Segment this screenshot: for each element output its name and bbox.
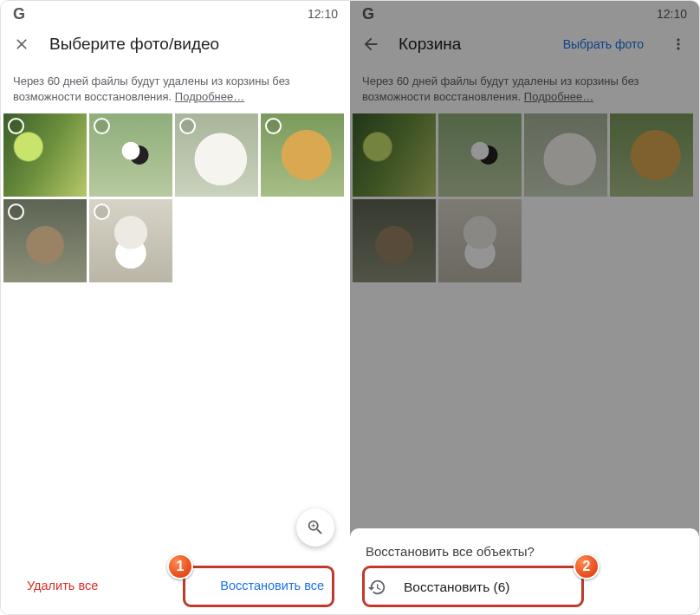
photo-thumb[interactable] bbox=[175, 113, 258, 197]
photo-grid bbox=[1, 111, 350, 285]
learn-more-link[interactable]: Подробнее… bbox=[175, 90, 244, 103]
step-badge: 1 bbox=[167, 554, 193, 579]
step-badge: 2 bbox=[574, 554, 600, 579]
zoom-fab[interactable] bbox=[296, 508, 334, 547]
banner-text: Через 60 дней файлы будут удалены из кор… bbox=[13, 74, 290, 103]
bottom-sheet: Восстановить все объекты? Восстановить (… bbox=[350, 528, 699, 614]
select-circle-icon[interactable] bbox=[8, 118, 24, 134]
restore-action[interactable]: Восстановить (6) bbox=[350, 567, 699, 607]
photo-thumb[interactable] bbox=[3, 113, 87, 197]
restore-action-label: Восстановить (6) bbox=[404, 579, 510, 595]
screen-trash: G 12:10 Корзина Выбрать фото Через 60 дн… bbox=[350, 1, 699, 614]
select-circle-icon[interactable] bbox=[265, 118, 282, 134]
photo-thumb[interactable] bbox=[3, 199, 87, 282]
screen-select: G 12:10 Выберите фото/видео Через 60 дне… bbox=[1, 1, 350, 614]
sheet-title: Восстановить все объекты? bbox=[350, 537, 699, 567]
select-circle-icon[interactable] bbox=[179, 118, 196, 134]
status-bar: G 12:10 bbox=[1, 1, 350, 23]
select-circle-icon[interactable] bbox=[94, 204, 110, 220]
info-banner: Через 60 дней файлы будут удалены из кор… bbox=[1, 65, 350, 111]
screen-title: Выберите фото/видео bbox=[49, 35, 340, 54]
photo-thumb[interactable] bbox=[89, 199, 172, 282]
delete-all-button[interactable]: Удалить все bbox=[16, 570, 108, 601]
close-icon[interactable] bbox=[11, 34, 32, 55]
clock: 12:10 bbox=[308, 7, 338, 21]
photo-thumb[interactable] bbox=[261, 113, 344, 197]
modal-scrim[interactable] bbox=[350, 1, 699, 614]
select-circle-icon[interactable] bbox=[94, 118, 110, 134]
restore-all-button[interactable]: Восстановить все bbox=[210, 570, 334, 601]
g-logo: G bbox=[13, 5, 25, 23]
photo-thumb[interactable] bbox=[89, 113, 172, 197]
select-circle-icon[interactable] bbox=[8, 204, 24, 220]
app-bar: Выберите фото/видео bbox=[1, 23, 350, 65]
restore-icon bbox=[367, 578, 386, 597]
